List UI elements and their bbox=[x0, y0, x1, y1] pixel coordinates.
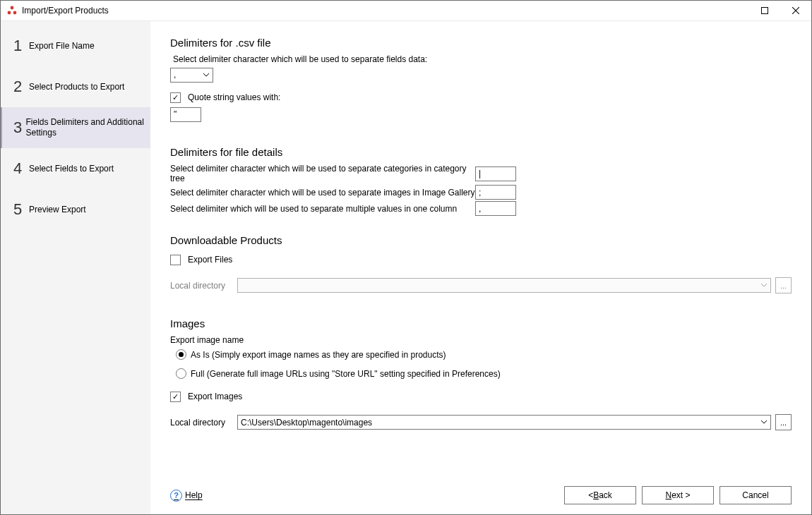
step-number: 2 bbox=[13, 78, 29, 96]
images-browse-button[interactable]: ... bbox=[775, 414, 792, 430]
browse-label: ... bbox=[780, 418, 787, 427]
step-number: 3 bbox=[13, 119, 26, 137]
section-images-heading: Images bbox=[170, 317, 792, 329]
detail-row-multivalue: Select delimiter which will be used to s… bbox=[170, 201, 792, 216]
csv-delimiter-value: , bbox=[174, 70, 176, 80]
step-number: 4 bbox=[13, 159, 29, 178]
export-files-label: Export Files bbox=[188, 255, 232, 265]
detail-row-images: Select delimiter character which will be… bbox=[170, 185, 792, 200]
input-value: , bbox=[479, 204, 481, 214]
step-label: Export File Name bbox=[29, 41, 95, 52]
next-button[interactable]: Next > bbox=[642, 486, 714, 504]
svg-rect-3 bbox=[762, 8, 768, 14]
radio-asis[interactable] bbox=[176, 349, 186, 360]
export-image-name-label: Export image name bbox=[170, 335, 792, 345]
multivalue-delimiter-input[interactable]: , bbox=[475, 201, 516, 216]
step-number: 5 bbox=[13, 200, 29, 219]
help-label: Help bbox=[185, 490, 203, 500]
wizard-step-2[interactable]: 2 Select Products to Export bbox=[1, 66, 150, 107]
help-icon: ? bbox=[170, 490, 182, 502]
step-number: 1 bbox=[13, 37, 29, 55]
section-download-heading: Downloadable Products bbox=[170, 234, 792, 246]
quote-values-checkbox[interactable] bbox=[170, 92, 181, 103]
titlebar: Import/Export Products bbox=[1, 1, 811, 21]
download-localdir-label: Local directory bbox=[170, 281, 237, 291]
back-mnemonic: B bbox=[593, 490, 599, 500]
input-value: | bbox=[479, 169, 481, 178]
back-button[interactable]: < Back bbox=[564, 486, 636, 504]
quote-char-input[interactable]: " bbox=[170, 107, 201, 122]
wizard-steps-sidebar: 1 Export File Name 2 Select Products to … bbox=[1, 21, 150, 514]
back-suffix: ack bbox=[599, 490, 612, 500]
next-suffix: ext > bbox=[671, 490, 690, 500]
close-icon bbox=[792, 7, 799, 14]
window-title: Import/Export Products bbox=[22, 6, 109, 16]
cancel-button[interactable]: Cancel bbox=[720, 486, 792, 504]
wizard-step-5[interactable]: 5 Preview Export bbox=[1, 189, 150, 230]
step-label: Preview Export bbox=[29, 205, 86, 215]
next-mnemonic: N bbox=[665, 490, 671, 500]
dialog-window: Import/Export Products 1 Export File Nam… bbox=[0, 0, 812, 515]
radio-full[interactable] bbox=[176, 368, 186, 379]
input-value: ; bbox=[479, 188, 481, 198]
images-localdir-combo[interactable]: C:\Users\Desktop\magento\images bbox=[237, 415, 771, 430]
svg-point-1 bbox=[8, 11, 11, 15]
images-localdir-value: C:\Users\Desktop\magento\images bbox=[241, 418, 372, 428]
images-delimiter-input[interactable]: ; bbox=[475, 185, 516, 200]
step-label: Fields Delimiters and Additional Setting… bbox=[26, 117, 146, 138]
help-link[interactable]: ? Help bbox=[170, 490, 203, 502]
radio-asis-row[interactable]: As Is (Simply export image names as they… bbox=[170, 349, 792, 360]
wizard-step-3[interactable]: 3 Fields Delimiters and Additional Setti… bbox=[1, 107, 150, 148]
close-button[interactable] bbox=[780, 1, 811, 20]
svg-point-0 bbox=[11, 6, 14, 10]
quote-char-value: " bbox=[174, 109, 177, 119]
section-csv-heading: Delimiters for .csv file bbox=[170, 37, 792, 49]
main-panel: Delimiters for .csv file Select delimite… bbox=[150, 21, 811, 514]
export-images-checkbox[interactable] bbox=[170, 392, 181, 402]
radio-full-row[interactable]: Full (Generate full image URLs using "St… bbox=[170, 368, 792, 379]
maximize-button[interactable] bbox=[749, 1, 780, 20]
svg-point-2 bbox=[13, 11, 17, 15]
radio-full-label: Full (Generate full image URLs using "St… bbox=[191, 369, 501, 379]
chevron-down-icon bbox=[759, 281, 769, 291]
categories-delimiter-input[interactable]: | bbox=[475, 166, 516, 181]
quote-values-label: Quote string values with: bbox=[188, 92, 280, 102]
images-localdir-label: Local directory bbox=[170, 418, 237, 428]
body: 1 Export File Name 2 Select Products to … bbox=[1, 21, 811, 514]
wizard-footer: ? Help < Back Next > Cancel bbox=[150, 479, 811, 514]
maximize-icon bbox=[761, 7, 768, 14]
step-label: Select Products to Export bbox=[29, 82, 124, 92]
chevron-down-icon bbox=[201, 70, 211, 80]
detail-row-categories: Select delimiter character which will be… bbox=[170, 164, 792, 183]
export-files-checkbox[interactable] bbox=[170, 255, 181, 265]
section-details-heading: Delimiters for file details bbox=[170, 146, 792, 158]
wizard-step-1[interactable]: 1 Export File Name bbox=[1, 25, 150, 66]
export-images-label: Export Images bbox=[188, 392, 242, 401]
browse-label: ... bbox=[780, 281, 787, 290]
step-label: Select Fields to Export bbox=[29, 164, 114, 174]
app-icon bbox=[6, 5, 18, 16]
chevron-down-icon bbox=[759, 418, 769, 428]
wizard-step-4[interactable]: 4 Select Fields to Export bbox=[1, 148, 150, 189]
radio-asis-label: As Is (Simply export image names as they… bbox=[191, 350, 446, 360]
detail-label: Select delimiter character which will be… bbox=[170, 188, 475, 198]
download-localdir-combo bbox=[237, 278, 771, 293]
csv-hint: Select delimiter character which will be… bbox=[173, 54, 792, 64]
csv-delimiter-select[interactable]: , bbox=[170, 68, 213, 83]
detail-label: Select delimiter which will be used to s… bbox=[170, 204, 475, 214]
cancel-label: Cancel bbox=[742, 490, 768, 500]
detail-label: Select delimiter character which will be… bbox=[170, 164, 475, 183]
download-browse-button: ... bbox=[775, 277, 792, 293]
back-prefix: < bbox=[588, 490, 593, 500]
